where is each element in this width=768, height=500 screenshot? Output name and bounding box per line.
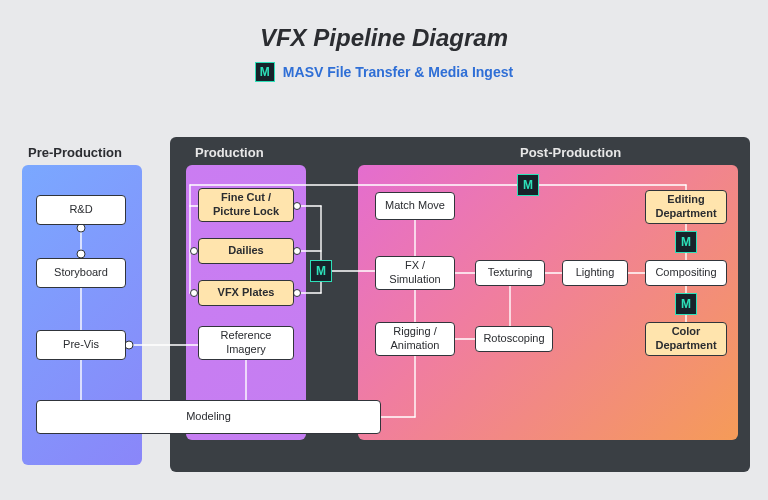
node-color-dept: Color Department: [645, 322, 727, 356]
node-lighting: Lighting: [562, 260, 628, 286]
node-rd: R&D: [36, 195, 126, 225]
subtitle-row: M MASV File Transfer & Media Ingest: [0, 62, 768, 82]
masv-icon-production: M: [310, 260, 332, 282]
node-modeling: Modeling: [36, 400, 381, 434]
masv-icon-editing: M: [675, 231, 697, 253]
col-label-production: Production: [195, 145, 264, 160]
node-compositing: Compositing: [645, 260, 727, 286]
node-texturing: Texturing: [475, 260, 545, 286]
node-finecut: Fine Cut / Picture Lock: [198, 188, 294, 222]
col-label-preproduction: Pre-Production: [28, 145, 122, 160]
node-reference-imagery: Reference Imagery: [198, 326, 294, 360]
masv-icon-color: M: [675, 293, 697, 315]
node-rotoscoping: Rotoscoping: [475, 326, 553, 352]
node-dailies: Dailies: [198, 238, 294, 264]
subtitle-text: MASV File Transfer & Media Ingest: [283, 64, 513, 80]
masv-icon: M: [255, 62, 275, 82]
node-storyboard: Storyboard: [36, 258, 126, 288]
node-rigging: Rigging / Animation: [375, 322, 455, 356]
node-fxsim: FX / Simulation: [375, 256, 455, 290]
node-editing-dept: Editing Department: [645, 190, 727, 224]
col-label-postproduction: Post-Production: [520, 145, 621, 160]
node-matchmove: Match Move: [375, 192, 455, 220]
node-vfxplates: VFX Plates: [198, 280, 294, 306]
page-title: VFX Pipeline Diagram: [0, 24, 768, 52]
masv-icon-bus: M: [517, 174, 539, 196]
node-previs: Pre-Vis: [36, 330, 126, 360]
